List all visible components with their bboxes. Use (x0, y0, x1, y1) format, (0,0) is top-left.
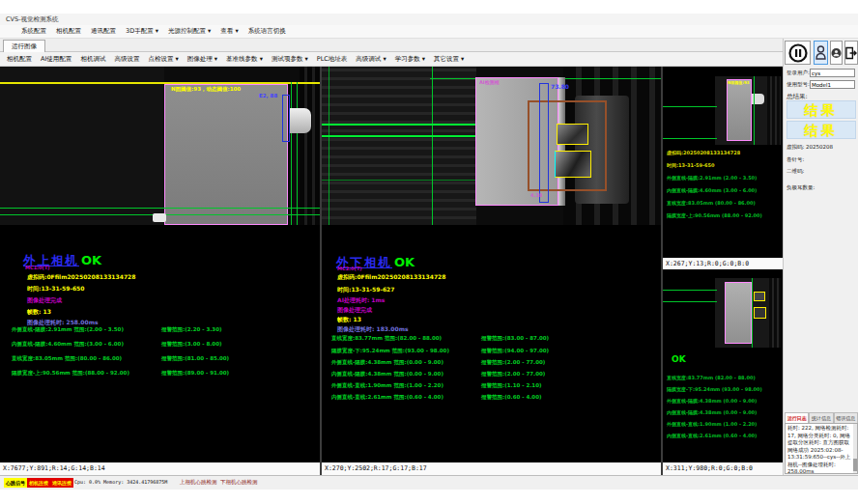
right-top-viewport[interactable]: N面阈值:93 虚拟码:20250208133134728 时间:13-31-5… (663, 67, 783, 258)
toolbar-plc-address[interactable]: PLC地址表 (317, 55, 348, 64)
log-textarea[interactable]: 耗时: 222, 网络检测耗时: 17, 网络分类耗时: 0, 网络提取分区耗时… (785, 423, 858, 474)
tab-run-image[interactable]: 运行图像 (3, 40, 45, 53)
right-top-camera-panel: N面阈值:93 虚拟码:20250208133134728 时间:13-31-5… (663, 67, 783, 269)
toolbar-other-settings[interactable]: 其它设置 ▾ (434, 55, 464, 64)
menu-item-comm-config[interactable]: 通讯配置 (91, 27, 116, 36)
green-guide-line-horizontal (663, 290, 717, 291)
window-title: CVS-视觉检测系统 (6, 15, 58, 23)
measurement-text: 隔膜宽度-下:95.24mm 范围:(93.00 - 98.00) (331, 348, 449, 354)
login-user-button[interactable] (814, 41, 828, 65)
login-user-input[interactable] (810, 69, 855, 77)
statusbar: 心跳信号 相机连接 通讯连接 Cpu: 0.0% Memory: 3424.41… (0, 475, 858, 490)
camera-mode-text: MC2:0(T) (337, 266, 362, 271)
log-tab-stats[interactable]: 统计信息 (809, 412, 833, 423)
lower-camera-heartbeat: 下相机心跳检测 (220, 479, 258, 486)
alarm-range-text: 报警范围:(2.20 - 3.30) (161, 326, 221, 333)
sidebar: 登录用户: 使用型号: 总结果: 结果 结果 虚拟码: 20250208 卷针号… (783, 39, 858, 475)
threshold-overlay-text: N面阈值:93，动态阈值:100 (171, 86, 241, 93)
menu-item-system-config[interactable]: 系统配置 (21, 27, 46, 36)
green-guide-line-vertical (752, 278, 753, 348)
operator-button[interactable] (830, 41, 843, 65)
measurement-text: 外侧直线-隔膜:2.91mm (2.00 - 3.50) (667, 175, 757, 181)
measurement-row: 内侧直线-隔膜:4.60mm 范围:(3.00 - 6.00) 报警范围:(3.… (0, 341, 320, 349)
measurement-text: 内侧直线-隔膜:4.60mm 范围:(3.00 - 6.00) (12, 341, 124, 348)
threshold-overlay-text: N面阈值:93 (728, 80, 750, 85)
result-badge-1: 结果 (786, 100, 856, 119)
toolbar-learn-params[interactable]: 学习参数 ▾ (395, 55, 425, 64)
pixel-coordinate-readout: X:270;Y:2502;R:17;G:17;B:17 (322, 462, 661, 475)
toolbar-baseline-params[interactable]: 基准线参数 ▾ (226, 55, 263, 64)
measurement-row: 内侧直线-隔膜:4.38mm 范围:(0.00 - 9.00) 报警范围:(2.… (322, 371, 661, 378)
neg-tab-count-label: 负极耳数量: (786, 184, 815, 191)
info-barcode: 虚拟码:0Ffilm20250208133134728 (27, 273, 135, 282)
toolbar-camera-config[interactable]: 相机配置 (7, 55, 32, 64)
qrcode-label: 二维码: (786, 168, 804, 175)
menu-item-view[interactable]: 查看 ▾ (220, 27, 238, 36)
green-guide-line-horizontal (322, 180, 476, 181)
toolbar-spot-check[interactable]: 点检设置 ▾ (148, 55, 178, 64)
log-tab-error[interactable]: 错误信息 (834, 412, 858, 423)
measurement-text: 直线宽度:83.77mm 范围:(82.00 - 88.00) (331, 335, 442, 342)
reel-pin-label: 卷针号: (786, 156, 804, 163)
log-scrollbar[interactable] (853, 424, 857, 473)
measurement-text: 直线宽度:83.77mm (82.00 - 88.00) (667, 375, 756, 380)
app-window: CVS-视觉检测系统 ─ □ ✕ C 系统配置 相机配置 通讯配置 3D手配置 … (0, 0, 858, 504)
titlebar[interactable]: CVS-视觉检测系统 (0, 14, 858, 25)
alarm-range-text: 报警范围:(0.60 - 4.00) (481, 394, 541, 401)
pixel-coordinate-readout: X:311;Y:980;R:0;G:0;B:0 (663, 462, 783, 475)
user-badge-icon (831, 47, 842, 59)
measurement-text: 内侧直线-直线:2.61mm 范围:(0.60 - 4.00) (331, 394, 443, 401)
toolbar-camera-debug[interactable]: 相机调试 (80, 55, 105, 64)
measurement-row: 外侧直线-直线:1.90mm 范围:(1.00 - 2.20) 报警范围:(1.… (322, 382, 661, 390)
alarm-range-text: 报警范围:(2.00 - 77.00) (481, 359, 545, 366)
toolbar-test-params[interactable]: 测试项参数 ▾ (272, 55, 308, 64)
machine-background (0, 67, 164, 225)
toolbar-advanced-debug[interactable]: 高级调试 ▾ (356, 55, 386, 64)
measurement-row: 直线宽度:83.77mm 范围:(82.00 - 88.00) 报警范围:(83… (322, 335, 661, 343)
pause-button[interactable] (785, 41, 811, 65)
log-scrollbar-thumb[interactable] (853, 459, 857, 471)
green-guide-line-horizontal (663, 301, 717, 302)
log-tab-strip: 运行日志 统计信息 错误信息 (785, 412, 858, 423)
info-barcode: 虚拟码:0Ffilm20250208133134728 (337, 273, 445, 282)
measurement-text: 外侧直线-直线:1.90mm 范围:(1.00 - 2.20) (331, 382, 443, 389)
toolbar-advanced-settings[interactable]: 高级设置 (114, 55, 139, 64)
measurement-text: 隔膜宽度-下:95.24mm (93.00 - 98.00) (667, 386, 762, 392)
tab-protrusion (290, 108, 311, 133)
menu-item-language[interactable]: 系统语言切换 (248, 27, 286, 36)
separator-film-region (727, 79, 752, 141)
model-label: 使用型号: (786, 81, 810, 88)
main-content: E2, 88 N面阈值:93，动态阈值:100 外上相机OK MC1:0(T) … (0, 67, 783, 475)
info-frames: 帧数: 13 (337, 316, 361, 324)
toolbar-ai-config[interactable]: AI使用配置 (41, 55, 72, 64)
menu-item-camera-config[interactable]: 相机配置 (56, 27, 81, 36)
measurement-text: 隔膜宽度-上:90.56mm (88.00 - 92.00) (667, 212, 762, 218)
right-bottom-viewport[interactable]: OK 直线宽度:83.77mm (82.00 - 88.00) 隔膜宽度-下:9… (663, 269, 783, 462)
roi-box-yellow (754, 307, 766, 319)
heartbeat-badge: 心跳信号 (4, 478, 27, 488)
measurement-text: 外侧直线-隔膜:4.38mm (0.00 - 9.00) (667, 398, 757, 404)
alarm-range-text: 报警范围:(83.00 - 87.00) (481, 335, 549, 342)
roi-box-yellow-tab2 (555, 151, 591, 178)
camera-thumbnail: N面阈值:93 (715, 76, 781, 145)
machine-background (767, 76, 781, 145)
roi-bottom-label: 4.38 (530, 192, 542, 198)
green-guide-line-vertical (297, 82, 298, 225)
exit-button[interactable] (844, 41, 858, 65)
roi-label: E2, 88 (259, 93, 277, 98)
alarm-range-text: 报警范围:(81.00 - 85.00) (161, 355, 229, 362)
machine-background (300, 67, 320, 225)
green-guide-line-vertical (329, 67, 329, 225)
middle-camera-viewport[interactable]: AI检测框 73.80 4.38 (322, 67, 661, 225)
log-text: 耗时: 222, 网络检测耗时: 17, 网络分类耗时: 0, 网络提取分区耗时… (787, 425, 850, 474)
model-input[interactable] (810, 80, 855, 89)
toolbar-image-processing[interactable]: 图像处理 ▾ (187, 55, 217, 64)
roi-box-yellow (754, 292, 765, 301)
menu-item-light-config[interactable]: 光源控制配置 ▾ (168, 27, 211, 36)
machine-background (322, 67, 476, 225)
roi-measure-label: 73.80 (551, 83, 569, 90)
log-tab-run[interactable]: 运行日志 (785, 412, 809, 423)
left-camera-viewport[interactable]: E2, 88 N面阈值:93，动态阈值:100 (0, 67, 320, 225)
menu-item-3d-config[interactable]: 3D手配置 ▾ (126, 27, 158, 36)
machine-background (769, 278, 781, 348)
